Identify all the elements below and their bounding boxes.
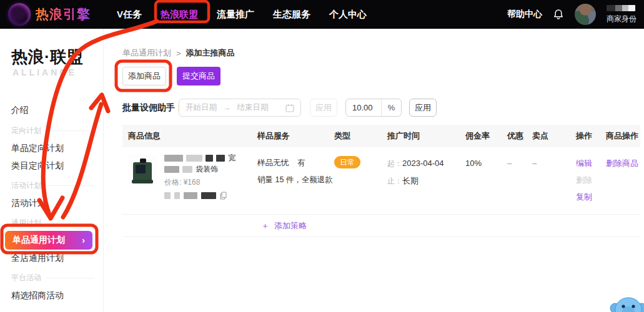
product-text-block: 宽 袋装饰 价格: ¥168 — [164, 154, 235, 200]
sidebar-item-single-directed-plan[interactable]: 单品定向计划 — [11, 143, 64, 153]
primary-nav: V任务 热浪联盟 流量推广 生态服务 个人中心 — [117, 9, 367, 21]
redacted-text — [164, 155, 183, 162]
breadcrumb-parent[interactable]: 单品通用计划 — [122, 47, 171, 59]
sidebar-item-selected-merchant-activity[interactable]: 精选招商活动 — [11, 290, 64, 300]
percent-unit-label: % — [382, 103, 401, 112]
date-range-picker[interactable]: 开始日期 → 结束日期 — [179, 99, 301, 117]
shop-info-line — [164, 192, 235, 200]
sales-info-line: 销量 15 件，全额退款 — [257, 172, 334, 188]
sidebar-section-label: 平台活动 — [11, 273, 41, 282]
section-divider — [46, 185, 94, 186]
commission-cell: 10% — [465, 155, 507, 172]
col-header-actions: 操作 — [576, 130, 606, 142]
navbar-right: 帮助中心 商家身份 — [507, 4, 639, 25]
redacted-text — [216, 155, 225, 162]
sample-service-line: 样品无忧有 — [257, 155, 334, 172]
logo-text: 热浪引擎 — [36, 6, 91, 23]
sidebar-brand-title: 热浪·联盟 — [11, 46, 83, 68]
promo-time-cell: 起：2023-04-04 止：长期 — [387, 155, 465, 190]
promo-end-line: 止：长期 — [387, 172, 465, 190]
brand-logo[interactable]: 热浪引擎 — [8, 3, 91, 26]
bell-icon[interactable] — [553, 9, 564, 20]
product-actions-cell: 删除商品 — [606, 155, 640, 172]
nav-item-traffic[interactable]: 流量推广 — [217, 9, 254, 21]
section-divider — [46, 223, 94, 223]
sidebar-section-general-plans: 通用计划 — [11, 218, 94, 227]
copy-icon[interactable] — [220, 192, 227, 200]
redacted-text — [184, 192, 197, 199]
nav-item-v-tasks[interactable]: V任务 — [117, 9, 142, 21]
sidebar-section-label: 定向计划 — [11, 126, 41, 135]
product-title-line2: 袋装饰 — [164, 165, 235, 174]
table-row: 宽 袋装饰 价格: ¥168 — [122, 147, 640, 215]
redacted-text — [182, 166, 192, 173]
submit-product-button[interactable]: 提交商品 — [177, 67, 220, 85]
breadcrumb-separator: > — [176, 49, 181, 58]
commission-rate-input[interactable] — [346, 103, 381, 112]
redacted-text — [206, 155, 213, 162]
product-image[interactable] — [128, 155, 157, 185]
sidebar-active-label: 单品通用计划 — [12, 235, 65, 246]
commission-rate-input-group: % — [345, 99, 402, 117]
sidebar-section-directed-plans: 定向计划 — [11, 126, 94, 135]
product-title-line1: 宽 — [164, 154, 235, 163]
table-header-row: 商品信息 样品服务 类型 推广时间 佣金率 优惠 卖点 操作 商品操作 — [122, 125, 640, 147]
sidebar-brand-subtitle: ALLIANCE — [12, 67, 77, 77]
add-strategy-row: ＋ 添加策略 — [122, 215, 640, 237]
selling-point-cell: – — [532, 155, 576, 172]
sidebar-item-single-general-plan-active[interactable]: 单品通用计划 › — [5, 231, 92, 250]
calendar-icon — [285, 104, 294, 112]
breadcrumb: 单品通用计划 > 添加主推商品 — [122, 47, 235, 59]
actions-cell: 编辑 删除 复制 — [576, 155, 606, 205]
redacted-text — [186, 155, 202, 162]
redacted-text — [201, 192, 216, 199]
apply-rate-button[interactable]: 应用 — [409, 99, 437, 117]
delete-product-link[interactable]: 删除商品 — [606, 155, 640, 172]
help-center-link[interactable]: 帮助中心 — [507, 9, 542, 20]
product-title-fragment: 袋装饰 — [196, 165, 218, 174]
sidebar-section-platform-activities: 平台活动 — [11, 273, 94, 282]
edit-link[interactable]: 编辑 — [576, 155, 606, 172]
section-divider — [46, 130, 94, 131]
end-date-placeholder: 结束日期 — [237, 102, 269, 113]
type-badge: 日常 — [334, 156, 360, 168]
type-cell: 日常 — [334, 155, 387, 168]
user-role-label: 商家身份 — [607, 14, 637, 24]
product-info-cell: 宽 袋装饰 价格: ¥168 — [122, 155, 257, 200]
chevron-right-icon: › — [82, 235, 85, 245]
add-strategy-link[interactable]: ＋ 添加策略 — [261, 220, 307, 232]
sidebar-item-store-general-plan[interactable]: 全店通用计划 — [11, 253, 64, 263]
bulk-commission-label: 批量设佣助手： — [122, 102, 184, 114]
section-divider — [46, 278, 94, 278]
redacted-text — [164, 166, 179, 173]
col-header-product-info: 商品信息 — [122, 130, 257, 142]
add-strategy-label: 添加策略 — [274, 220, 307, 232]
add-product-button[interactable]: 添加商品 — [122, 67, 166, 85]
plus-icon: ＋ — [261, 220, 269, 232]
top-navbar: 热浪引擎 V任务 热浪联盟 流量推广 生态服务 个人中心 帮助中心 商家身份 — [0, 0, 644, 29]
col-header-product-actions: 商品操作 — [606, 130, 640, 142]
user-avatar[interactable] — [575, 4, 596, 25]
sidebar-section-label: 通用计划 — [11, 218, 41, 227]
apply-date-button-disabled[interactable]: 应用 — [310, 99, 337, 117]
nav-item-eco[interactable]: 生态服务 — [273, 9, 310, 21]
product-price: 价格: ¥168 — [164, 177, 235, 188]
nav-item-personal[interactable]: 个人中心 — [329, 9, 367, 21]
customer-service-mascot-icon[interactable] — [609, 296, 644, 312]
user-info[interactable]: 商家身份 — [607, 5, 639, 24]
sidebar-item-intro[interactable]: 介绍 — [11, 105, 29, 115]
start-date-placeholder: 开始日期 — [186, 102, 217, 113]
col-header-discount: 优惠 — [507, 130, 532, 142]
main-content: 单品通用计划 > 添加主推商品 添加商品 提交商品 批量设佣助手： 开始日期 →… — [104, 29, 644, 312]
redacted-text — [164, 192, 171, 199]
logo-orb-icon — [8, 3, 31, 26]
nav-item-alliance[interactable]: 热浪联盟 — [161, 9, 198, 21]
sidebar-item-activity-plan[interactable]: 活动计划 — [11, 198, 46, 208]
copy-link[interactable]: 复制 — [576, 188, 606, 205]
sample-service-cell: 样品无忧有 销量 15 件，全额退款 — [257, 155, 334, 188]
col-header-selling-point: 卖点 — [532, 130, 576, 142]
sidebar-item-category-directed-plan[interactable]: 类目定向计划 — [11, 160, 64, 170]
delete-link-disabled[interactable]: 删除 — [576, 172, 606, 188]
sidebar-section-activity-plans: 活动计划 — [11, 181, 94, 190]
range-arrow: → — [223, 104, 231, 112]
